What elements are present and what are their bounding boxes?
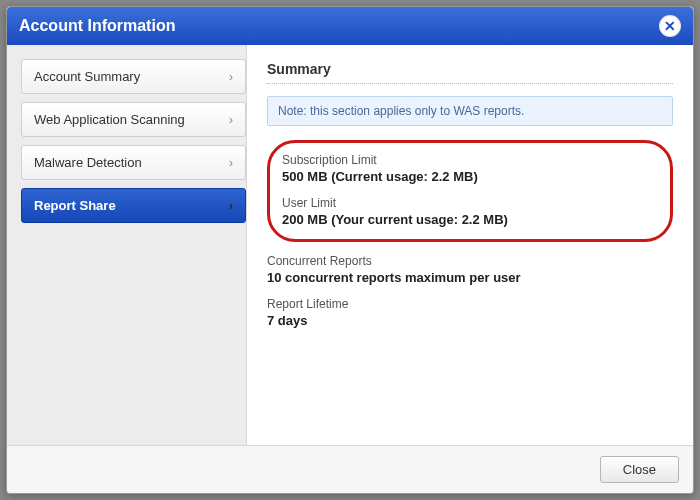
field-label: User Limit [282,196,656,210]
sidebar-item-malware-detection[interactable]: Malware Detection › [21,145,246,180]
sidebar-item-label: Report Share [34,198,116,213]
sidebar-item-report-share[interactable]: Report Share › [21,188,246,223]
field-label: Report Lifetime [267,297,673,311]
field-report-lifetime: Report Lifetime 7 days [267,297,673,328]
dialog-titlebar: Account Information ✕ [7,7,693,45]
field-subscription-limit: Subscription Limit 500 MB (Current usage… [282,153,656,184]
sidebar-item-web-application-scanning[interactable]: Web Application Scanning › [21,102,246,137]
close-icon[interactable]: ✕ [659,15,681,37]
dialog-title: Account Information [19,17,175,35]
sidebar-item-label: Web Application Scanning [34,112,185,127]
main-panel: Summary Note: this section applies only … [247,45,693,445]
chevron-right-icon: › [229,113,233,127]
field-value: 200 MB (Your current usage: 2.2 MB) [282,212,656,227]
note-box: Note: this section applies only to WAS r… [267,96,673,126]
chevron-right-icon: › [229,70,233,84]
sidebar: Account Summary › Web Application Scanni… [7,45,247,445]
account-info-dialog: Account Information ✕ Account Summary › … [6,6,694,494]
dialog-footer: Close [7,445,693,493]
chevron-right-icon: › [229,156,233,170]
sidebar-item-label: Account Summary [34,69,140,84]
field-label: Subscription Limit [282,153,656,167]
close-button[interactable]: Close [600,456,679,483]
field-user-limit: User Limit 200 MB (Your current usage: 2… [282,196,656,227]
dialog-body: Account Summary › Web Application Scanni… [7,45,693,445]
field-value: 10 concurrent reports maximum per user [267,270,673,285]
field-concurrent-reports: Concurrent Reports 10 concurrent reports… [267,254,673,285]
sidebar-item-label: Malware Detection [34,155,142,170]
sidebar-item-account-summary[interactable]: Account Summary › [21,59,246,94]
field-value: 500 MB (Current usage: 2.2 MB) [282,169,656,184]
field-value: 7 days [267,313,673,328]
chevron-right-icon: › [229,199,233,213]
field-label: Concurrent Reports [267,254,673,268]
section-title: Summary [267,61,673,84]
highlight-annotation: Subscription Limit 500 MB (Current usage… [267,140,673,242]
